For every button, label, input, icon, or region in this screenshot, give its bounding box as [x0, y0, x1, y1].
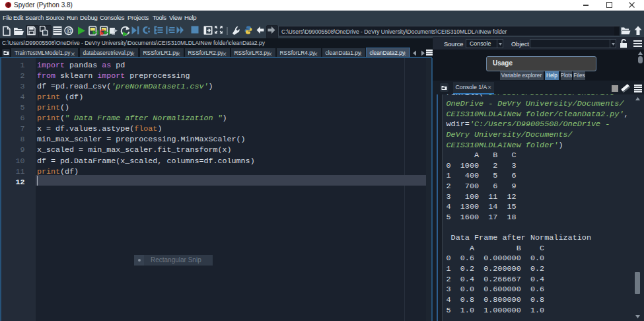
svg-text:@: @: [66, 27, 73, 34]
